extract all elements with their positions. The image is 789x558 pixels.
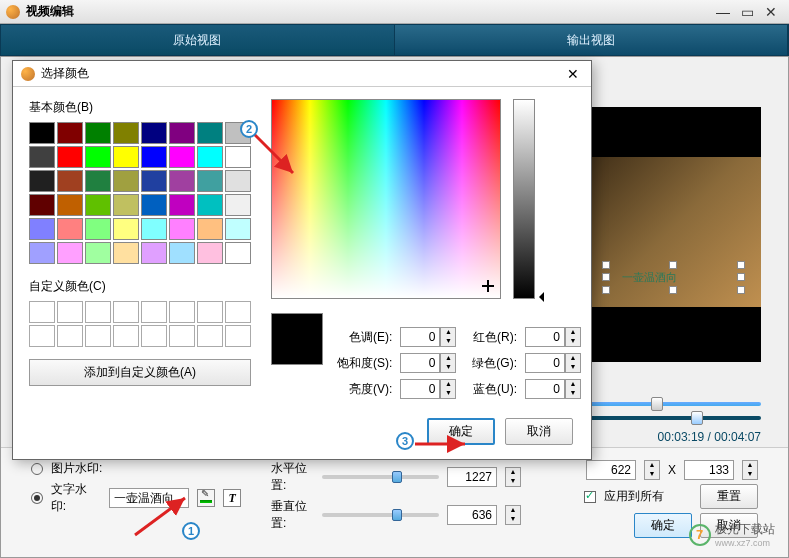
basic-color-swatch[interactable] [85, 170, 111, 192]
hpos-thumb[interactable] [392, 471, 402, 483]
custom-color-swatch[interactable] [113, 325, 139, 347]
custom-color-swatch[interactable] [57, 325, 83, 347]
basic-color-swatch[interactable] [225, 242, 251, 264]
basic-color-swatch[interactable] [57, 194, 83, 216]
add-to-custom-button[interactable]: 添加到自定义颜色(A) [29, 359, 251, 386]
dialog-close-button[interactable]: ✕ [563, 64, 583, 84]
resize-handle[interactable] [737, 261, 745, 269]
playhead-thumb[interactable] [691, 411, 703, 425]
basic-color-swatch[interactable] [85, 194, 111, 216]
basic-color-swatch[interactable] [197, 218, 223, 240]
maximize-button[interactable]: ▭ [735, 4, 759, 20]
vpos-spinner[interactable]: ▲▼ [505, 505, 521, 525]
basic-color-swatch[interactable] [225, 218, 251, 240]
resize-handle[interactable] [737, 286, 745, 294]
trim-end-thumb[interactable] [651, 397, 663, 411]
custom-color-swatch[interactable] [197, 301, 223, 323]
basic-color-swatch[interactable] [169, 194, 195, 216]
basic-color-swatch[interactable] [85, 146, 111, 168]
vpos-thumb[interactable] [392, 509, 402, 521]
basic-color-swatch[interactable] [197, 194, 223, 216]
basic-color-swatch[interactable] [57, 122, 83, 144]
minimize-button[interactable]: — [711, 4, 735, 20]
basic-color-swatch[interactable] [29, 146, 55, 168]
hpos-spinner[interactable]: ▲▼ [505, 467, 521, 487]
basic-color-swatch[interactable] [197, 242, 223, 264]
basic-color-swatch[interactable] [169, 146, 195, 168]
basic-color-swatch[interactable] [113, 122, 139, 144]
sat-spinner[interactable]: ▲▼ [440, 353, 456, 373]
basic-color-swatch[interactable] [29, 242, 55, 264]
basic-color-swatch[interactable] [169, 218, 195, 240]
hpos-slider[interactable] [322, 475, 439, 479]
resize-handle[interactable] [737, 273, 745, 281]
reset-button[interactable]: 重置 [700, 484, 758, 509]
watermark-resize-frame[interactable] [606, 265, 741, 290]
color-crosshair[interactable] [482, 280, 494, 292]
luminance-slider[interactable] [513, 99, 535, 299]
basic-color-swatch[interactable] [113, 146, 139, 168]
luminance-pointer[interactable] [534, 292, 544, 302]
green-input[interactable] [525, 353, 565, 373]
custom-color-swatch[interactable] [85, 325, 111, 347]
resize-handle[interactable] [602, 286, 610, 294]
blue-spinner[interactable]: ▲▼ [565, 379, 581, 399]
radio-image-watermark[interactable] [31, 463, 43, 475]
custom-color-swatch[interactable] [141, 325, 167, 347]
resize-handle[interactable] [602, 261, 610, 269]
basic-color-swatch[interactable] [197, 122, 223, 144]
radio-text-watermark[interactable] [31, 492, 43, 504]
basic-color-swatch[interactable] [141, 218, 167, 240]
hue-input[interactable] [400, 327, 440, 347]
val-input[interactable] [400, 379, 440, 399]
basic-color-swatch[interactable] [141, 146, 167, 168]
blue-input[interactable] [525, 379, 565, 399]
basic-color-swatch[interactable] [169, 242, 195, 264]
basic-color-swatch[interactable] [57, 242, 83, 264]
font-style-button[interactable]: T [223, 489, 241, 507]
basic-color-swatch[interactable] [85, 218, 111, 240]
basic-color-swatch[interactable] [141, 242, 167, 264]
green-spinner[interactable]: ▲▼ [565, 353, 581, 373]
resize-handle[interactable] [602, 273, 610, 281]
hue-sat-picker[interactable] [271, 99, 501, 299]
custom-color-swatch[interactable] [225, 301, 251, 323]
vpos-input[interactable] [447, 505, 497, 525]
red-spinner[interactable]: ▲▼ [565, 327, 581, 347]
basic-color-swatch[interactable] [85, 122, 111, 144]
resize-handle[interactable] [669, 261, 677, 269]
vpos-slider[interactable] [322, 513, 439, 517]
size-h-spinner[interactable]: ▲▼ [742, 460, 758, 480]
dialog-cancel-button[interactable]: 取消 [505, 418, 573, 445]
basic-color-swatch[interactable] [141, 122, 167, 144]
basic-color-swatch[interactable] [85, 242, 111, 264]
text-color-button[interactable] [197, 489, 215, 507]
size-h-input[interactable] [684, 460, 734, 480]
basic-color-swatch[interactable] [197, 170, 223, 192]
custom-color-swatch[interactable] [29, 325, 55, 347]
basic-color-swatch[interactable] [113, 218, 139, 240]
main-ok-button[interactable]: 确定 [634, 513, 692, 538]
tab-original-view[interactable]: 原始视图 [1, 25, 395, 55]
basic-color-swatch[interactable] [29, 194, 55, 216]
val-spinner[interactable]: ▲▼ [440, 379, 456, 399]
hue-spinner[interactable]: ▲▼ [440, 327, 456, 347]
basic-color-swatch[interactable] [141, 194, 167, 216]
apply-all-checkbox[interactable] [584, 491, 596, 503]
hpos-input[interactable] [447, 467, 497, 487]
custom-color-swatch[interactable] [169, 325, 195, 347]
basic-color-swatch[interactable] [169, 122, 195, 144]
basic-color-swatch[interactable] [29, 218, 55, 240]
sat-input[interactable] [400, 353, 440, 373]
basic-color-swatch[interactable] [197, 146, 223, 168]
basic-color-swatch[interactable] [57, 170, 83, 192]
custom-color-swatch[interactable] [169, 301, 195, 323]
basic-color-swatch[interactable] [225, 194, 251, 216]
custom-color-swatch[interactable] [197, 325, 223, 347]
custom-color-swatch[interactable] [113, 301, 139, 323]
basic-color-swatch[interactable] [113, 194, 139, 216]
size-w-input[interactable] [586, 460, 636, 480]
tab-output-view[interactable]: 输出视图 [395, 25, 789, 55]
custom-color-swatch[interactable] [29, 301, 55, 323]
resize-handle[interactable] [669, 286, 677, 294]
